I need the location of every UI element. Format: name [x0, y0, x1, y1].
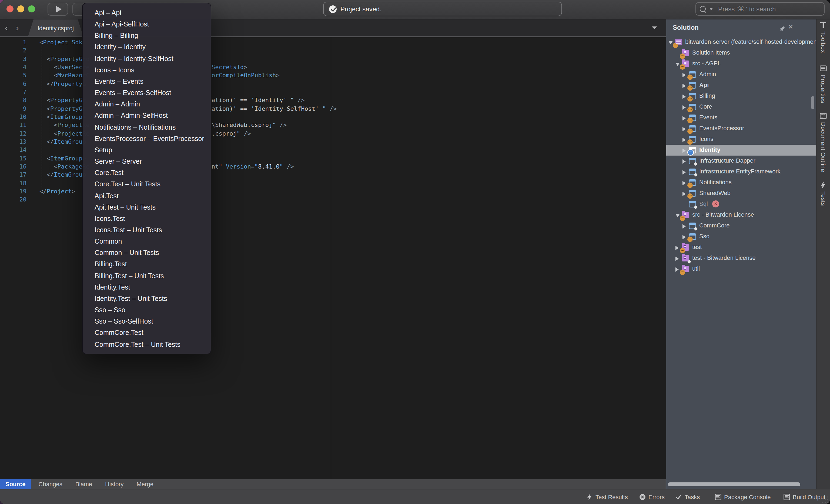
- status-errors[interactable]: Errors: [639, 490, 665, 504]
- global-search-field[interactable]: [696, 2, 825, 16]
- tree-row-billing[interactable]: ...Billing: [666, 91, 816, 102]
- chevron-collapsed-icon[interactable]: [675, 245, 679, 250]
- chevron-collapsed-icon[interactable]: [682, 105, 686, 109]
- status-tasks[interactable]: Tasks: [675, 490, 700, 504]
- tree-row-sharedweb[interactable]: ...SharedWeb: [666, 188, 816, 199]
- chevron-collapsed-icon[interactable]: [682, 73, 686, 77]
- run-config-menu-item[interactable]: Api – Api-SelfHost: [83, 19, 211, 30]
- tree-row-src-bitwarden-license[interactable]: ...src - Bitwarden License: [666, 210, 816, 221]
- run-config-menu-item[interactable]: Sso – Sso-SelfHost: [83, 316, 211, 327]
- run-config-menu-item[interactable]: Events – Events-SelfHost: [83, 88, 211, 99]
- chevron-collapsed-icon[interactable]: [675, 256, 679, 261]
- panel-vertical-scrollbar[interactable]: [811, 96, 814, 109]
- run-config-menu-item[interactable]: Common – Unit Tests: [83, 248, 211, 259]
- side-tab-tests[interactable]: Tests: [817, 181, 830, 206]
- vc-tab-source[interactable]: Source: [0, 479, 31, 489]
- chevron-collapsed-icon[interactable]: [682, 192, 686, 196]
- nav-back-button[interactable]: ‹: [5, 20, 8, 36]
- tree-row-test[interactable]: ...test: [666, 242, 816, 253]
- close-icon[interactable]: ✕: [788, 23, 793, 31]
- run-config-menu-item[interactable]: Identity – Identity: [83, 42, 211, 53]
- vc-tab-blame[interactable]: Blame: [70, 479, 98, 489]
- tree-row-sql[interactable]: Sql×: [666, 199, 816, 210]
- panel-horizontal-scrollbar[interactable]: [668, 482, 800, 486]
- run-config-menu-item[interactable]: Api.Test – Unit Tests: [83, 202, 211, 213]
- chevron-collapsed-icon[interactable]: [682, 137, 686, 142]
- chevron-collapsed-icon[interactable]: [682, 83, 686, 88]
- traffic-light-minimize[interactable]: [17, 5, 24, 12]
- tree-row-eventsprocessor[interactable]: ...EventsProcessor: [666, 123, 816, 134]
- chevron-collapsed-icon[interactable]: [682, 170, 686, 174]
- tree-row-infrastructure-entityframework[interactable]: Infrastructure.EntityFramework: [666, 166, 816, 177]
- chevron-collapsed-icon[interactable]: [682, 235, 686, 239]
- tree-row-test-bitwarden-license[interactable]: test - Bitwarden License: [666, 253, 816, 264]
- vc-tab-changes[interactable]: Changes: [33, 479, 68, 489]
- vc-tab-merge[interactable]: Merge: [131, 479, 159, 489]
- tree-row-sso[interactable]: ...Sso: [666, 231, 816, 242]
- side-tab-toolbox[interactable]: Toolbox: [817, 22, 830, 53]
- chevron-collapsed-icon[interactable]: [682, 94, 686, 99]
- chevron-collapsed-icon[interactable]: [682, 181, 686, 185]
- run-config-menu-item[interactable]: Icons.Test – Unit Tests: [83, 225, 211, 236]
- tree-row-identity[interactable]: ...Identity: [666, 145, 816, 156]
- run-config-menu-item[interactable]: Core.Test: [83, 167, 211, 179]
- chevron-collapsed-icon[interactable]: [682, 148, 686, 153]
- chevron-collapsed-icon[interactable]: [682, 116, 686, 120]
- tree-row-util[interactable]: ...util: [666, 264, 816, 274]
- chevron-expanded-icon[interactable]: [668, 41, 673, 44]
- tree-row-commcore[interactable]: CommCore: [666, 221, 816, 231]
- search-input[interactable]: [717, 5, 811, 13]
- tab-identity-csproj[interactable]: Identity.csproj: [28, 20, 83, 36]
- chevron-collapsed-icon[interactable]: [682, 224, 686, 228]
- chevron-collapsed-icon[interactable]: [682, 159, 686, 163]
- resize-grip[interactable]: [821, 497, 828, 503]
- tree-row-icons[interactable]: ...Icons: [666, 134, 816, 145]
- run-config-menu-item[interactable]: CommCore.Test: [83, 328, 211, 339]
- status-test-results[interactable]: Test Results: [586, 490, 628, 504]
- traffic-light-close[interactable]: [6, 5, 13, 12]
- chevron-collapsed-icon[interactable]: [682, 127, 686, 131]
- run-config-menu-item[interactable]: Identity – Identity-SelfHost: [83, 53, 211, 65]
- run-config-menu-item[interactable]: Identity.Test – Unit Tests: [83, 293, 211, 305]
- status-build-output[interactable]: Build Output: [784, 490, 825, 504]
- tree-row-api[interactable]: ...Api: [666, 80, 816, 91]
- nav-forward-button[interactable]: ›: [16, 20, 19, 36]
- pin-icon[interactable]: [779, 24, 786, 31]
- run-config-menu-item[interactable]: Admin – Admin-SelfHost: [83, 110, 211, 122]
- run-config-menu-item[interactable]: Billing – Billing: [83, 31, 211, 42]
- run-config-menu-item[interactable]: Admin – Admin: [83, 99, 211, 110]
- chevron-collapsed-icon[interactable]: [675, 267, 679, 271]
- run-button[interactable]: [47, 3, 68, 16]
- chevron-expanded-icon[interactable]: [675, 63, 680, 66]
- run-config-menu-item[interactable]: Core.Test – Unit Tests: [83, 179, 211, 191]
- run-config-menu-item[interactable]: Sso – Sso: [83, 305, 211, 316]
- tree-row-infrastructure-dapper[interactable]: Infrastructure.Dapper: [666, 156, 816, 166]
- run-config-menu-item[interactable]: Api – Api: [83, 7, 211, 19]
- vc-tab-history[interactable]: History: [100, 479, 129, 489]
- status-package-console[interactable]: Package Console: [715, 490, 771, 504]
- run-config-menu-item[interactable]: EventsProcessor – EventsProcessor: [83, 133, 211, 144]
- run-config-menu-item[interactable]: Common: [83, 236, 211, 247]
- chevron-expanded-icon[interactable]: [675, 214, 680, 217]
- tree-row-events[interactable]: ...Events: [666, 112, 816, 123]
- tree-row-src-agpl[interactable]: ...src - AGPL: [666, 58, 816, 69]
- tree-row-solution-items[interactable]: ...Solution Items: [666, 47, 816, 58]
- side-tab-document-outline[interactable]: Document Outline: [817, 112, 830, 172]
- run-config-menu-item[interactable]: CommCore.Test – Unit Tests: [83, 339, 211, 350]
- side-tab-properties[interactable]: Properties: [817, 65, 830, 103]
- run-config-menu-item[interactable]: Identity.Test: [83, 282, 211, 293]
- traffic-light-zoom[interactable]: [28, 5, 35, 12]
- tree-row-admin[interactable]: ...Admin: [666, 69, 816, 80]
- run-config-menu-item[interactable]: Icons – Icons: [83, 65, 211, 76]
- run-config-menu-item[interactable]: Events – Events: [83, 76, 211, 88]
- run-config-menu-item[interactable]: Api.Test: [83, 191, 211, 202]
- run-config-menu-item[interactable]: Notifications – Notifications: [83, 122, 211, 133]
- tab-overflow-dropdown-icon[interactable]: [652, 27, 657, 29]
- run-config-menu-item[interactable]: Server – Server: [83, 156, 211, 167]
- run-config-menu-item[interactable]: Setup: [83, 145, 211, 156]
- tree-row-bitwarden-server-feature-self-hosted-development[interactable]: ...bitwarden-server (feature/self-hosted…: [666, 37, 816, 47]
- tree-row-notifications[interactable]: ...Notifications: [666, 177, 816, 188]
- run-config-menu-item[interactable]: Billing.Test: [83, 259, 211, 270]
- run-config-menu-item[interactable]: Billing.Test – Unit Tests: [83, 270, 211, 282]
- run-config-menu-item[interactable]: Icons.Test: [83, 213, 211, 225]
